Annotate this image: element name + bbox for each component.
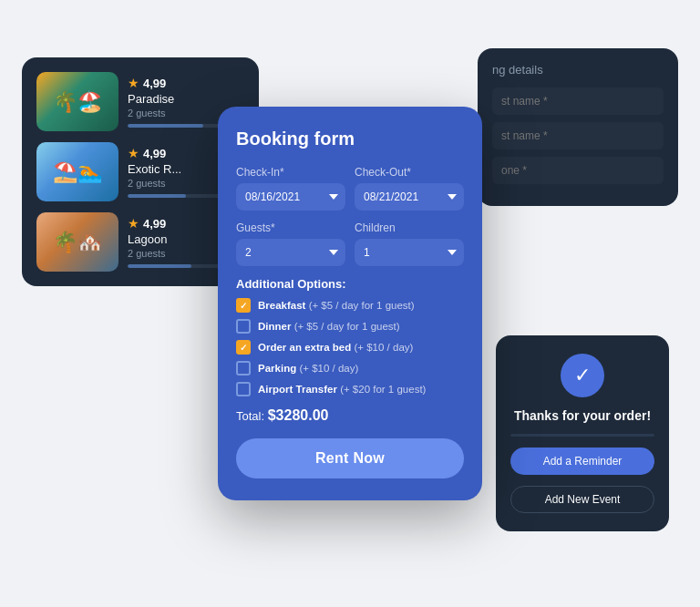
rating-value: 4,99 xyxy=(143,217,166,231)
checkbox-airport[interactable] xyxy=(236,382,251,396)
phone-input[interactable] xyxy=(492,157,664,184)
add-new-event-button[interactable]: Add New Event xyxy=(510,486,654,513)
property-bar-fill xyxy=(128,194,186,198)
checkin-select[interactable]: 08/16/2021 xyxy=(236,183,345,211)
list-item: ★ 4,99 Lagoon 2 guests xyxy=(36,212,244,272)
scene: ★ 4,99 Paradise 2 guests ★ 4,99 Exotic R… xyxy=(22,30,678,577)
total-label: Total: xyxy=(236,409,264,423)
guests-group: Guests* 2 1 3 4 xyxy=(236,221,345,266)
star-icon: ★ xyxy=(128,216,139,231)
additional-options: Additional Options: Breakfast (+ $5 / da… xyxy=(236,277,464,396)
checkin-label: Check-In* xyxy=(236,166,345,179)
thanks-text: Thanks for your order! xyxy=(514,408,651,423)
date-row: Check-In* 08/16/2021 Check-Out* 08/21/20… xyxy=(236,166,464,211)
option-extra-bed: Order an extra bed (+ $10 / day) xyxy=(236,340,464,355)
guests-row: Guests* 2 1 3 4 Children 1 0 2 3 xyxy=(236,221,464,266)
checkbox-parking[interactable] xyxy=(236,361,251,376)
children-select[interactable]: 1 0 2 3 xyxy=(355,239,464,266)
list-item: ★ 4,99 Exotic R... 2 guests xyxy=(36,142,244,201)
property-rating-paradise: ★ 4,99 xyxy=(128,76,244,90)
list-item: ★ 4,99 Paradise 2 guests xyxy=(36,72,244,131)
option-breakfast-label: Breakfast (+ $5 / day for 1 guest) xyxy=(258,300,415,311)
property-image-lagoon xyxy=(36,212,118,272)
star-icon: ★ xyxy=(128,146,139,160)
checkout-select[interactable]: 08/21/2021 xyxy=(355,183,464,211)
property-bar-fill xyxy=(128,264,191,268)
star-icon: ★ xyxy=(128,76,139,90)
first-name-input[interactable] xyxy=(492,87,664,115)
option-dinner: Dinner (+ $5 / day for 1 guest) xyxy=(236,319,464,334)
checkout-label: Check-Out* xyxy=(355,166,464,179)
rating-value: 4,99 xyxy=(143,77,166,90)
option-breakfast: Breakfast (+ $5 / day for 1 guest) xyxy=(236,298,464,313)
right-panel: ng details xyxy=(478,48,678,206)
option-dinner-label: Dinner (+ $5 / day for 1 guest) xyxy=(258,321,400,332)
guests-select[interactable]: 2 1 3 4 xyxy=(236,239,345,266)
option-airport: Airport Transfer (+ $20 for 1 guest) xyxy=(236,382,464,396)
children-group: Children 1 0 2 3 xyxy=(355,221,464,266)
option-parking-label: Parking (+ $10 / day) xyxy=(258,363,358,374)
checkbox-breakfast[interactable] xyxy=(236,298,251,313)
thanks-card: ✓ Thanks for your order! Add a Reminder … xyxy=(496,335,669,531)
right-panel-title: ng details xyxy=(492,63,664,77)
checkout-group: Check-Out* 08/21/2021 xyxy=(355,166,464,211)
option-airport-label: Airport Transfer (+ $20 for 1 guest) xyxy=(258,384,426,395)
checkmark-icon: ✓ xyxy=(574,364,591,387)
checkbox-dinner[interactable] xyxy=(236,319,251,334)
checkbox-extra-bed[interactable] xyxy=(236,340,251,355)
property-image-paradise xyxy=(36,72,118,131)
last-name-input[interactable] xyxy=(492,122,664,149)
additional-options-title: Additional Options: xyxy=(236,277,464,291)
property-image-exotic xyxy=(36,142,118,201)
checkmark-circle: ✓ xyxy=(561,354,604,397)
add-reminder-button[interactable]: Add a Reminder xyxy=(510,448,654,475)
guests-label: Guests* xyxy=(236,221,345,234)
property-name: Paradise xyxy=(128,92,244,106)
option-extra-bed-label: Order an extra bed (+ $10 / day) xyxy=(258,342,413,353)
booking-form-title: Booking form xyxy=(236,129,464,149)
property-bar-fill xyxy=(128,124,203,128)
children-label: Children xyxy=(355,221,464,234)
checkin-group: Check-In* 08/16/2021 xyxy=(236,166,345,211)
booking-form: Booking form Check-In* 08/16/2021 Check-… xyxy=(218,107,482,500)
option-parking: Parking (+ $10 / day) xyxy=(236,361,464,376)
total-amount: $3280.00 xyxy=(268,407,329,423)
thanks-divider xyxy=(510,434,654,437)
rating-value: 4,99 xyxy=(143,147,166,160)
rent-now-button[interactable]: Rent Now xyxy=(236,438,464,478)
total-row: Total: $3280.00 xyxy=(236,407,464,424)
